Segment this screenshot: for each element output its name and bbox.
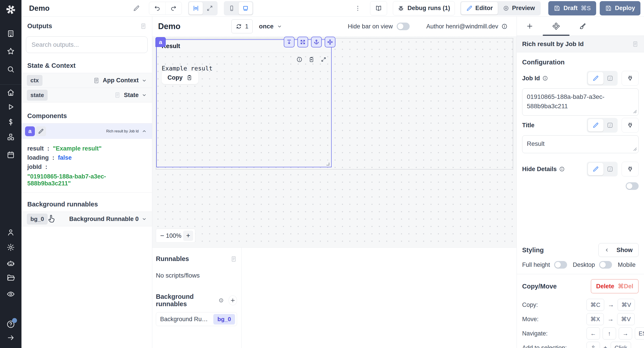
tab-component-settings-icon[interactable] [552, 22, 560, 30]
bg-runnable-row[interactable]: bg_0 Background Runnable 0 [22, 212, 152, 226]
debug-runs-button[interactable]: Debug runs (1) [393, 1, 455, 16]
favorites-icon[interactable] [5, 46, 16, 56]
chevron-down-icon[interactable] [142, 216, 147, 222]
json-key[interactable]: result [27, 145, 44, 152]
title-input[interactable]: Result [522, 135, 639, 153]
connect-plug-button[interactable] [622, 162, 639, 176]
runs-icon[interactable] [5, 102, 16, 112]
resize-corner-icon[interactable] [633, 148, 637, 151]
windmill-logo-icon[interactable] [4, 3, 18, 16]
chevron-up-icon[interactable] [142, 129, 147, 134]
desktop-view-button[interactable] [238, 2, 252, 14]
more-menu-kebab-icon[interactable] [354, 5, 361, 12]
draft-button[interactable]: Draft ⌘S [548, 1, 596, 16]
workers-robot-icon[interactable] [5, 258, 16, 268]
deploy-button[interactable]: Deploy [600, 1, 640, 16]
search-outputs-input[interactable] [26, 36, 148, 53]
user-icon[interactable] [5, 227, 16, 238]
expression-mode-button[interactable]: f [604, 163, 616, 175]
zoom-in-button[interactable]: + [183, 230, 193, 241]
static-mode-pencil-button[interactable] [588, 119, 604, 132]
anchor-handle[interactable] [311, 37, 322, 48]
connect-plug-button[interactable] [622, 118, 639, 132]
zoom-out-button[interactable]: − [160, 232, 164, 240]
settings-gear-icon[interactable] [5, 242, 16, 253]
json-key[interactable]: jobId [27, 164, 42, 170]
info-icon[interactable] [542, 75, 548, 81]
job-id-input[interactable]: 01910865-188a-bab7-a3ec-588b9ba3c211 [522, 88, 639, 116]
help-icon[interactable] [5, 319, 16, 330]
connect-plug-button[interactable] [622, 71, 639, 86]
desktop-toggle[interactable] [599, 261, 612, 268]
docs-book-button[interactable] [370, 1, 387, 16]
copy-result-clipboard-icon[interactable] [308, 56, 314, 62]
preview-tab[interactable]: Preview [498, 2, 540, 14]
svg-text:f: f [610, 77, 611, 80]
info-icon[interactable] [296, 56, 302, 62]
refresh-count-button[interactable]: 1 [232, 20, 253, 33]
info-icon[interactable] [219, 298, 224, 303]
centered-layout-button[interactable] [189, 2, 203, 14]
search-icon[interactable] [5, 64, 16, 75]
component-resize-handle[interactable] [326, 162, 330, 166]
chevron-down-icon[interactable] [142, 92, 147, 98]
rename-app-pencil-icon[interactable] [133, 5, 140, 12]
delete-component-button[interactable]: Delete ⌘Del [591, 279, 639, 294]
undo-button[interactable] [149, 2, 165, 14]
expression-mode-button[interactable]: f [604, 72, 616, 84]
refresh-schedule-dropdown[interactable]: once [259, 23, 282, 30]
folders-icon[interactable] [5, 272, 16, 283]
home-icon[interactable] [5, 87, 16, 98]
hide-details-toggle[interactable] [626, 182, 639, 190]
expand-result-icon[interactable] [320, 56, 327, 62]
state-output-row[interactable]: state State [22, 88, 152, 102]
tab-styling-brush-icon[interactable] [579, 22, 586, 30]
hide-bar-toggle[interactable] [397, 22, 410, 30]
redo-button[interactable] [166, 2, 182, 14]
copy-button[interactable]: Copy [162, 71, 198, 84]
mobile-view-button[interactable] [225, 2, 238, 14]
full-height-toggle[interactable] [554, 261, 567, 268]
component-a-row[interactable]: a Rich result by Job Id [22, 123, 152, 139]
state-badge[interactable]: state [27, 90, 48, 101]
expand-down-handle[interactable] [284, 37, 294, 48]
editor-tab[interactable]: Editor [461, 2, 498, 14]
collapse-rail-arrow-icon[interactable] [5, 332, 16, 343]
ctx-output-row[interactable]: ctx App Context [22, 73, 152, 88]
fullscreen-handle[interactable] [298, 37, 308, 48]
component-id-badge[interactable]: a [25, 126, 35, 136]
info-icon[interactable] [501, 23, 508, 30]
add-bg-runnable-button[interactable] [228, 296, 237, 305]
static-mode-pencil-button[interactable] [588, 72, 604, 84]
selected-result-component[interactable]: Result Example result Copy [156, 39, 332, 167]
bg0-badge[interactable]: bg_0 [27, 214, 48, 224]
app-canvas[interactable]: a Result Example res [152, 36, 516, 247]
workspace-icon[interactable] [5, 28, 16, 39]
chevron-down-icon [277, 24, 282, 29]
audit-eye-icon[interactable] [5, 289, 16, 300]
edit-component-pencil-icon[interactable] [36, 126, 46, 136]
json-key[interactable]: loading [27, 154, 49, 161]
selected-component-tag[interactable]: a [156, 37, 166, 47]
chevron-down-icon[interactable] [142, 78, 147, 83]
bg0-badge[interactable]: bg_0 [213, 314, 235, 324]
schedules-icon[interactable] [5, 150, 16, 160]
resize-corner-icon[interactable] [633, 110, 637, 114]
expression-mode-button[interactable]: f [604, 119, 616, 132]
bg-runnable-item[interactable]: Background Runna... bg_0 [156, 312, 237, 326]
show-styling-button[interactable]: Show [598, 243, 639, 257]
variables-icon[interactable] [5, 117, 16, 128]
bug-icon [398, 5, 404, 12]
mobile-label: Mobile [618, 262, 636, 268]
left-icon-rail [0, 0, 22, 348]
static-mode-pencil-button[interactable] [588, 163, 604, 175]
doc-icon[interactable] [140, 23, 147, 30]
resources-icon[interactable] [5, 132, 16, 142]
full-width-layout-button[interactable] [203, 2, 217, 14]
info-icon[interactable] [559, 166, 565, 172]
move-handle[interactable] [325, 37, 336, 48]
ctx-badge[interactable]: ctx [27, 75, 42, 86]
tab-insert-plus-icon[interactable] [526, 22, 533, 30]
doc-icon[interactable] [230, 256, 237, 262]
doc-icon[interactable] [632, 41, 639, 48]
